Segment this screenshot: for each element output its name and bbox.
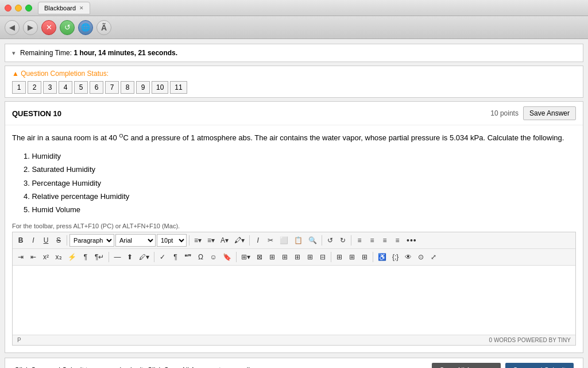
q-num-2[interactable]: 2	[28, 81, 41, 94]
q-num-9[interactable]: 9	[136, 81, 150, 94]
toolbar-separator-4	[322, 235, 322, 246]
question-text: The air in a sauna room is at 40 OC and …	[12, 132, 576, 144]
save-answer-button[interactable]: Save Answer	[523, 106, 576, 120]
q-num-7[interactable]: 7	[105, 81, 119, 94]
timer-bar: ▾ Remaining Time: 1 hour, 14 minutes, 21…	[5, 44, 583, 62]
question-list: 1. Humidity 2. Saturated Humidity 3. Per…	[24, 150, 576, 217]
table-x-button[interactable]: ⊠	[254, 251, 265, 263]
main-content: ▾ Remaining Time: 1 hour, 14 minutes, 21…	[0, 39, 588, 368]
question-text-part1: The air in a sauna room is at 40	[12, 133, 119, 142]
indent-button[interactable]: ⇥	[15, 251, 26, 263]
underline-button[interactable]: U	[40, 234, 52, 247]
quote-button[interactable]: ❝❞	[182, 251, 194, 263]
stop-button[interactable]: ✕	[41, 20, 56, 35]
toolbar-row-2: ⇥ ⇤ x² x₂ ⚡ ¶ ¶↵ — ⬆ 🖊▾ ✓ ¶ ❝❞ Ω ☺	[13, 249, 575, 266]
accessibility-button[interactable]: ♿	[376, 251, 389, 263]
completion-label: Question Completion Status:	[12, 70, 576, 78]
font-select[interactable]: Arial	[115, 234, 156, 247]
tab-bar: Blackboard ✕	[38, 2, 583, 14]
emoji-button[interactable]: ☺	[207, 251, 219, 263]
preview-button[interactable]: 👁	[403, 251, 414, 263]
bold-button[interactable]: B	[15, 234, 26, 247]
tab-label: Blackboard	[44, 5, 76, 12]
table-button[interactable]: ⊞▾	[239, 251, 253, 263]
highlight-button[interactable]: 🖍▾	[232, 234, 247, 247]
omega-button[interactable]: Ω	[195, 251, 206, 263]
list-unordered-button[interactable]: ≡▾	[192, 234, 204, 247]
text-color-button[interactable]: A▾	[218, 234, 231, 247]
toolbar-separator-2	[189, 235, 189, 246]
special-char-button[interactable]: ⬆	[124, 251, 136, 263]
justify-button[interactable]: ≡	[392, 234, 403, 247]
browser-tab[interactable]: Blackboard ✕	[38, 2, 90, 14]
save-all-button[interactable]: Save All Answers	[432, 363, 501, 368]
close-traffic-light[interactable]	[5, 5, 11, 12]
fullscreen-button[interactable]: ⤢	[428, 251, 439, 263]
table-row-button[interactable]: ⊞	[279, 251, 291, 263]
toolbar-separator-9	[331, 252, 331, 262]
pilcrow-button[interactable]: ¶	[169, 251, 181, 263]
copy-button[interactable]: ⬜	[277, 234, 291, 247]
q-num-8[interactable]: 8	[121, 81, 134, 94]
code-button[interactable]: {;}	[390, 251, 401, 263]
undo-button[interactable]: ↺	[324, 234, 336, 247]
font-button[interactable]: Ã	[96, 20, 111, 35]
paste-button[interactable]: 📋	[292, 234, 305, 247]
italic-button[interactable]: I	[28, 234, 39, 247]
maximize-traffic-light[interactable]	[25, 5, 32, 12]
q-num-11[interactable]: 11	[170, 81, 187, 94]
editor-area[interactable]	[13, 266, 575, 335]
question-box: QUESTION 10 10 points Save Answer The ai…	[5, 101, 583, 353]
timer-dropdown-arrow[interactable]: ▾	[12, 49, 16, 57]
table-ops-3[interactable]: ⊞	[359, 251, 370, 263]
table-col-button[interactable]: ⊞	[266, 251, 278, 263]
bottom-buttons: Save All Answers Save and Submit	[432, 363, 574, 368]
completion-bar: Question Completion Status: 1 2 3 4 5 6 …	[5, 66, 583, 98]
q-num-4[interactable]: 4	[59, 81, 72, 94]
checkmark-button[interactable]: ✓	[157, 251, 168, 263]
list-item: 5. Humid Volume	[24, 203, 576, 216]
table-split-button[interactable]: ⊞	[304, 251, 316, 263]
paragraph-select[interactable]: Paragraph	[69, 234, 114, 247]
horizontal-rule-button[interactable]: —	[111, 251, 123, 263]
outdent-button[interactable]: ⇤	[28, 251, 39, 263]
q-num-5[interactable]: 5	[74, 81, 88, 94]
italic-format-button[interactable]: I	[252, 234, 264, 247]
align-left-button[interactable]: ≡	[354, 234, 365, 247]
list-ordered-button[interactable]: ≡▾	[205, 234, 217, 247]
help-button[interactable]: ⊙	[415, 251, 427, 263]
align-right-button[interactable]: ≡	[379, 234, 390, 247]
q-num-1[interactable]: 1	[12, 81, 26, 94]
align-center-button[interactable]: ≡	[366, 234, 378, 247]
table-delete-button[interactable]: ⊟	[317, 251, 328, 263]
cut-button[interactable]: ✂	[265, 234, 276, 247]
subscript-button[interactable]: x₂	[53, 251, 64, 263]
table-ops-1[interactable]: ⊞	[334, 251, 345, 263]
superscript-button[interactable]: x²	[40, 251, 52, 263]
show-blocks-button[interactable]: ¶	[80, 251, 91, 263]
search-button[interactable]: 🔍	[306, 234, 319, 247]
q-num-10[interactable]: 10	[152, 81, 168, 94]
minimize-traffic-light[interactable]	[15, 5, 22, 12]
forward-button[interactable]: ▶	[23, 20, 38, 35]
table-ops-2[interactable]: ⊞	[346, 251, 358, 263]
q-num-6[interactable]: 6	[90, 81, 103, 94]
template-button[interactable]: 🖊▾	[137, 251, 152, 263]
show-invisible-button[interactable]: ¶↵	[92, 251, 106, 263]
timer-text: Remaining Time: 1 hour, 14 minutes, 21 s…	[20, 49, 177, 57]
reload-button[interactable]: ↺	[60, 20, 75, 35]
strikethrough-button[interactable]: S	[53, 234, 64, 247]
toolbar-separator-3	[249, 235, 250, 246]
bookmark-button[interactable]: 🔖	[220, 251, 234, 263]
table-merge-button[interactable]: ⊞	[292, 251, 303, 263]
tab-close-icon[interactable]: ✕	[79, 5, 84, 11]
globe-button[interactable]: 🌐	[78, 20, 93, 35]
redo-button[interactable]: ↻	[337, 234, 349, 247]
timer-prefix: Remaining Time:	[20, 49, 74, 57]
q-num-3[interactable]: 3	[43, 81, 57, 94]
back-button[interactable]: ◀	[5, 20, 20, 35]
clear-format-button[interactable]: ⚡	[65, 251, 79, 263]
size-select[interactable]: 10pt	[157, 234, 187, 247]
more-button[interactable]: •••	[404, 234, 419, 247]
submit-button[interactable]: Save and Submit	[505, 363, 574, 368]
